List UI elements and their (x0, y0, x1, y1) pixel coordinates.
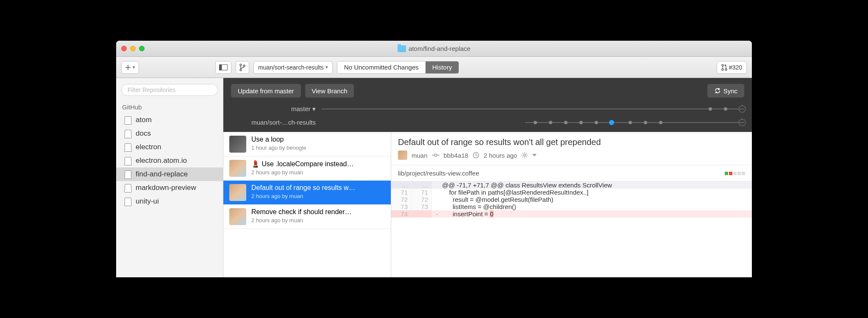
zoom-window-button[interactable] (139, 46, 145, 51)
body: Filter Repositories GitHub atomdocselect… (116, 78, 752, 277)
chevron-down-icon: ▾ (326, 64, 328, 70)
repo-icon (125, 157, 131, 165)
avatar (229, 208, 246, 225)
repo-icon (125, 130, 131, 137)
titlebar: atom/find-and-replace (116, 41, 752, 57)
gear-icon[interactable] (521, 152, 528, 159)
sidebar-item-electron[interactable]: electron (116, 140, 223, 154)
minimize-window-button[interactable] (130, 46, 136, 51)
diff-panel: Default out of range so results won't al… (391, 132, 752, 277)
branch-button[interactable] (236, 61, 249, 74)
chevron-down-icon[interactable] (532, 154, 537, 156)
add-menu-button[interactable]: ▾ (121, 61, 139, 74)
sidebar-item-electron.atom.io[interactable]: electron.atom.io (116, 154, 223, 167)
repo-icon (125, 198, 131, 205)
diff-header: Default out of range so results won't al… (391, 132, 752, 162)
diff-stat (725, 172, 745, 175)
branch-dropdown[interactable]: muan/sort-search-results ▾ (253, 61, 333, 74)
svg-point-3 (240, 69, 242, 71)
commit-icon (432, 153, 440, 158)
svg-point-6 (722, 69, 723, 70)
commit-item[interactable]: Use a loop1 hour ago by benogle (223, 132, 391, 156)
file-path: lib/project/results-view.coffee (398, 170, 479, 177)
view-branch-button[interactable]: View Branch (305, 84, 354, 98)
svg-point-7 (725, 69, 727, 70)
sidebar-item-markdown-preview[interactable]: markdown-preview (116, 181, 223, 195)
commit-sha: bbb4a18 (444, 152, 468, 159)
repo-icon (125, 143, 131, 151)
diff-line: ……@@ -71,7 +71,7 @@ class ResultsView ex… (391, 181, 752, 189)
main: Update from master View Branch Sync mast… (223, 78, 752, 277)
window-title: atom/find-and-replace (398, 45, 470, 52)
graph-line-master (322, 109, 744, 109)
branch-toolbar: Update from master View Branch Sync (223, 78, 752, 102)
repo-icon (125, 116, 131, 124)
diff-line: 7373 listItems = @children() (391, 203, 752, 210)
commit-meta: muan bbb4a18 2 hours ago (398, 151, 745, 160)
graph-branch-master[interactable]: master ▾ (231, 105, 316, 113)
repo-label: docs (136, 129, 151, 138)
chevron-down-icon: ▾ (133, 64, 135, 70)
commit-title: Default out of range so results won't al… (398, 137, 745, 147)
filter-placeholder: Filter Repositories (128, 86, 175, 93)
tab-changes[interactable]: No Uncommitted Changes (337, 61, 426, 73)
commit-meta: 2 hours ago by muan (251, 217, 385, 223)
commit-meta: 2 hours ago by muan (251, 193, 385, 199)
filter-repos-input[interactable]: Filter Repositories (121, 84, 218, 96)
commit-title: Default out of range so results w… (251, 184, 385, 192)
sidebar: Filter Repositories GitHub atomdocselect… (116, 78, 223, 277)
graph-line-feature (525, 122, 744, 123)
update-from-master-button[interactable]: Update from master (231, 84, 301, 98)
repo-label: electron (136, 143, 161, 151)
close-window-button[interactable] (121, 46, 127, 51)
sidebar-section-label: GitHub (116, 101, 223, 113)
commit-title: Use a loop (251, 136, 385, 143)
file-header[interactable]: lib/project/results-view.coffee (391, 165, 752, 181)
sync-icon (714, 87, 721, 94)
clock-icon (473, 152, 479, 159)
pull-request-icon (721, 64, 727, 71)
commit-item[interactable]: Default out of range so results w…2 hour… (223, 181, 391, 205)
commit-meta: 2 hours ago by muan (251, 169, 385, 176)
repo-label: electron.atom.io (136, 156, 187, 165)
graph-branch-feature[interactable]: muan/sort-…ch-results (231, 119, 316, 126)
svg-point-10 (524, 154, 526, 156)
diff-code: ……@@ -71,7 +71,7 @@ class ResultsView ex… (391, 181, 752, 218)
toolbar: ▾ muan/sort-search-results ▾ No Uncommit… (116, 57, 752, 78)
pull-request-button[interactable]: #320 (717, 61, 747, 74)
commit-time: 2 hours ago (484, 152, 517, 159)
repo-label: find-and-replace (136, 170, 188, 179)
svg-point-4 (243, 65, 245, 67)
toggle-sidebar-button[interactable] (215, 61, 231, 74)
branch-graph: master ▾ muan/sort-…ch-results (223, 102, 752, 132)
tab-history[interactable]: History (426, 61, 459, 73)
avatar (229, 160, 246, 177)
repo-icon (125, 184, 131, 192)
repo-icon (125, 170, 131, 178)
sidebar-item-atom[interactable]: atom (116, 113, 223, 127)
commit-item[interactable]: 💄 Use .localeCompare instead…2 hours ago… (223, 156, 391, 181)
avatar (229, 184, 246, 201)
svg-point-5 (722, 64, 723, 66)
sidebar-item-find-and-replace[interactable]: find-and-replace (116, 167, 223, 181)
author-avatar (398, 151, 407, 160)
commit-title: 💄 Use .localeCompare instead… (251, 160, 385, 168)
sidebar-item-docs[interactable]: docs (116, 127, 223, 140)
repo-label: unity-ui (136, 197, 159, 206)
commit-meta: 1 hour ago by benogle (251, 145, 385, 151)
author-name: muan (412, 152, 428, 159)
commit-list: Use a loop1 hour ago by benogle💄 Use .lo… (223, 132, 391, 277)
window-title-text: atom/find-and-replace (409, 45, 470, 52)
sidebar-item-unity-ui[interactable]: unity-ui (116, 195, 223, 208)
repo-label: atom (136, 116, 152, 124)
sync-label: Sync (723, 87, 737, 95)
svg-point-2 (240, 64, 242, 66)
pr-number: #320 (729, 64, 742, 71)
content-split: Use a loop1 hour ago by benogle💄 Use .lo… (223, 132, 752, 277)
commit-item[interactable]: Remove check if should render…2 hours ag… (223, 205, 391, 229)
diff-line: 7171 for filePath in paths[@lastRendered… (391, 189, 752, 196)
svg-rect-1 (220, 64, 222, 70)
commit-title: Remove check if should render… (251, 208, 385, 216)
svg-point-8 (434, 154, 437, 156)
sync-button[interactable]: Sync (707, 84, 744, 98)
